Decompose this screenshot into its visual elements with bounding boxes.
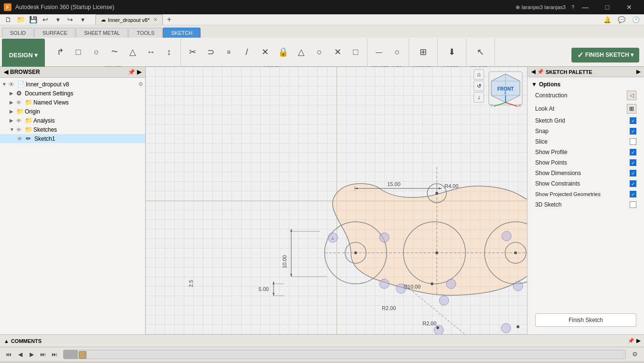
show-dimensions-checkbox[interactable]: ✓: [630, 170, 636, 176]
comments-expand-icon[interactable]: ▶: [636, 338, 640, 344]
tree-item-sketches[interactable]: ▼ 👁 📁 Sketches: [0, 125, 145, 134]
sidebar-expand-icon[interactable]: ▶: [137, 69, 141, 75]
file-tab-active[interactable]: ☁ Inner_dropout v8* ✕: [95, 14, 163, 25]
chat-button[interactable]: 💬: [616, 14, 627, 25]
maximize-button[interactable]: □: [596, 0, 618, 14]
tool-rectangle[interactable]: □: [70, 40, 87, 64]
palette-3d-sketch-label: 3D Sketch: [535, 201, 627, 208]
tool-fillet[interactable]: /: [238, 40, 255, 64]
view-orbit-button[interactable]: ↺: [474, 81, 484, 91]
tab-tools[interactable]: TOOLS: [128, 28, 162, 38]
dim-text-5v: 5.00: [259, 286, 269, 292]
palette-options-header[interactable]: ▼ Options: [531, 80, 640, 89]
undo-button[interactable]: ↩: [40, 14, 51, 25]
tree-eye-root[interactable]: 👁: [9, 81, 16, 88]
viewport[interactable]: 15.00 R4.00 10.00 5.00 Ø12.00 Ø10.00 Ø12…: [146, 67, 527, 334]
show-profile-checkbox[interactable]: ✓: [630, 149, 636, 156]
palette-look-at-label: Look At: [535, 105, 624, 112]
tool-extend[interactable]: ⊃: [202, 40, 219, 64]
undo-dropdown[interactable]: ▾: [53, 14, 63, 25]
tree-item-doc-settings[interactable]: ▶ ⚙ Document Settings: [0, 89, 145, 98]
tab-surface[interactable]: SURFACE: [34, 28, 75, 38]
show-points-checkbox[interactable]: ✓: [630, 159, 636, 166]
clock-button[interactable]: 🕐: [631, 14, 641, 25]
new-file-button[interactable]: 🗋: [3, 14, 13, 25]
point-r-bottom: [517, 325, 519, 328]
close-button[interactable]: ✕: [618, 0, 640, 14]
tool-mirror[interactable]: ✕: [329, 40, 346, 64]
snap-checkbox[interactable]: ✓: [630, 128, 636, 135]
tool-break[interactable]: ≡: [220, 40, 237, 64]
sidebar-collapse-icon[interactable]: ◀: [4, 69, 8, 75]
3d-sketch-checkbox[interactable]: [630, 201, 636, 208]
tree-item-sketch1[interactable]: 👁 ✏ Sketch1: [0, 134, 145, 143]
sketch-canvas[interactable]: 15.00 R4.00 10.00 5.00 Ø12.00 Ø10.00 Ø12…: [146, 67, 527, 334]
timeline-start-button[interactable]: ⏮: [4, 350, 13, 359]
show-constraints-checkbox[interactable]: ✓: [630, 180, 636, 187]
tool-inspect[interactable]: ⊞: [415, 40, 432, 64]
tree-eye-sketches[interactable]: 👁: [16, 127, 24, 133]
new-tab-button[interactable]: +: [164, 14, 174, 25]
save-button[interactable]: 💾: [28, 14, 38, 25]
tool-pattern[interactable]: □: [347, 40, 364, 64]
timeline-next-button[interactable]: ⏭: [38, 350, 48, 359]
tool-line[interactable]: ↱: [52, 40, 69, 64]
timeline-prev-button[interactable]: ◀: [15, 350, 25, 359]
tool-polygon[interactable]: △: [124, 40, 141, 64]
minimize-button[interactable]: —: [574, 0, 596, 14]
palette-expand-icon[interactable]: ▶: [636, 69, 640, 75]
tab-solid[interactable]: SOLID: [2, 28, 34, 38]
timeline-end-button[interactable]: ⏭: [50, 350, 59, 359]
tree-item-origin[interactable]: ▶ 📁 Origin: [0, 107, 145, 116]
comments-pin-icon[interactable]: 📌: [628, 338, 634, 344]
show-projected-checkbox[interactable]: ✓: [630, 191, 636, 197]
tool-scale[interactable]: △: [293, 40, 310, 64]
timeline-play-button[interactable]: ▶: [27, 350, 36, 359]
constraint-icon-6: [439, 296, 449, 305]
palette-collapse-icon[interactable]: ◀: [531, 69, 535, 75]
file-tab-close[interactable]: ✕: [153, 17, 158, 23]
redo-button[interactable]: ↪: [65, 14, 75, 25]
tool-insert[interactable]: ⬇: [443, 40, 461, 64]
tree-eye-sketch1[interactable]: 👁: [17, 136, 25, 142]
open-file-button[interactable]: 📁: [15, 14, 26, 25]
tool-constraint-1[interactable]: —: [370, 40, 388, 64]
sidebar-pin-icon[interactable]: 📌: [128, 69, 135, 75]
constraint-icon-3: [396, 284, 406, 293]
view-zoom-button[interactable]: ↓: [474, 92, 484, 103]
redo-dropdown[interactable]: ▾: [77, 14, 88, 25]
tab-sheet-metal[interactable]: SHEET METAL: [76, 28, 128, 38]
tool-dimension-h[interactable]: ↔: [142, 40, 159, 64]
tool-offset[interactable]: ○: [311, 40, 328, 64]
design-dropdown[interactable]: DESIGN ▾: [2, 39, 45, 71]
tool-constraint-2[interactable]: ○: [389, 40, 406, 64]
look-at-icon-button[interactable]: ⊞: [627, 104, 636, 114]
construction-icon-button[interactable]: ◁: [627, 91, 636, 100]
tool-arc[interactable]: 〜: [106, 40, 123, 64]
tree-item-root[interactable]: ▼ 👁 📄 Inner_dropout v8 ⚙: [0, 80, 145, 89]
palette-snap-label: Snap: [535, 128, 627, 135]
tool-dimension-v[interactable]: ↕: [160, 40, 178, 64]
tool-lock[interactable]: 🔒: [274, 40, 292, 64]
tool-trim[interactable]: ✂: [184, 40, 201, 64]
tree-settings-root[interactable]: ⚙: [138, 81, 143, 87]
tool-circle[interactable]: ○: [88, 40, 105, 64]
settings-icon[interactable]: ⚙: [630, 349, 640, 360]
sketch-grid-checkbox[interactable]: ✓: [630, 117, 636, 124]
finish-sketch-button[interactable]: Finish Sketch: [535, 313, 636, 327]
notification-button[interactable]: 🔔: [602, 14, 612, 25]
tree-item-analysis[interactable]: ▶ 👁 📁 Analysis: [0, 116, 145, 125]
tab-sketch[interactable]: SKETCH: [163, 28, 201, 38]
finish-sketch-ribbon-button[interactable]: ✓ FINISH SKETCH ▾: [571, 48, 639, 62]
navigation-cube[interactable]: FRONT X Y Z: [486, 69, 525, 107]
slice-checkbox[interactable]: [630, 138, 636, 145]
view-home-button[interactable]: ⌂: [474, 69, 484, 80]
tool-select[interactable]: ↖: [472, 40, 489, 64]
comments-collapse-icon[interactable]: ▲: [4, 338, 9, 344]
tree-item-named-views[interactable]: ▶ 👁 📁 Named Views: [0, 98, 145, 107]
timeline-item-1[interactable]: [79, 351, 86, 359]
tree-eye-named-views[interactable]: 👁: [16, 100, 24, 105]
tool-chamfer[interactable]: ✕: [256, 40, 274, 64]
tree-eye-analysis[interactable]: 👁: [16, 118, 24, 124]
timeline-track[interactable]: [63, 350, 626, 359]
